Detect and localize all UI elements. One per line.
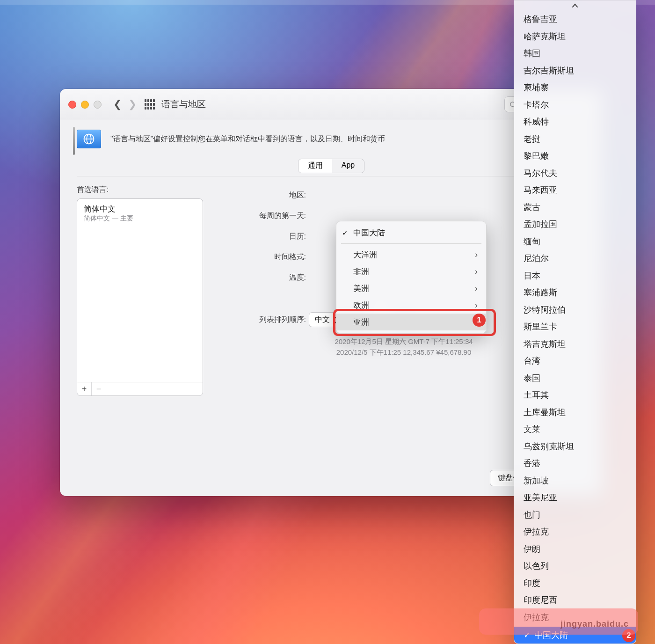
- language-sub: 简体中文 — 主要: [84, 214, 196, 223]
- annotation-badge-2: 2: [622, 629, 635, 642]
- region-popup-menu: 中国大陆 大洋洲›非洲›美洲›欧洲›亚洲›: [336, 221, 487, 334]
- country-item[interactable]: 伊拉克: [514, 609, 636, 626]
- show-all-icon[interactable]: [145, 99, 155, 110]
- country-item[interactable]: 塞浦路斯: [514, 284, 636, 301]
- country-item[interactable]: 黎巴嫩: [514, 147, 636, 165]
- continent-item[interactable]: 非洲›: [336, 263, 486, 280]
- tab-segment: 通用 App: [298, 159, 364, 173]
- country-item[interactable]: 缅甸: [514, 233, 636, 250]
- tab-general[interactable]: 通用: [298, 159, 332, 173]
- country-item[interactable]: 香港: [514, 455, 636, 472]
- country-item[interactable]: 柬埔寨: [514, 79, 636, 96]
- label-sort-order: 列表排列顺序:: [222, 315, 309, 325]
- language-list[interactable]: 简体中文 简体中文 — 主要 + −: [77, 198, 203, 396]
- label-calendar: 日历:: [222, 232, 309, 242]
- label-temperature: 温度:: [222, 273, 309, 283]
- country-item[interactable]: 吉尔吉斯斯坦: [514, 62, 636, 80]
- zoom-button[interactable]: [94, 101, 102, 109]
- country-item[interactable]: 文莱: [514, 421, 636, 438]
- chevron-right-icon: ›: [475, 284, 478, 293]
- forward-button[interactable]: ❯: [126, 98, 139, 111]
- continent-item[interactable]: 美洲›: [336, 280, 486, 297]
- remove-language-button[interactable]: −: [92, 382, 106, 395]
- globe-flag-icon: [77, 130, 101, 148]
- country-item[interactable]: 马来西亚: [514, 182, 636, 199]
- close-button[interactable]: [68, 101, 76, 109]
- annotation-badge-1: 1: [473, 314, 486, 327]
- language-item[interactable]: 简体中文 简体中文 — 主要: [77, 199, 203, 225]
- country-item[interactable]: 印度: [514, 575, 636, 592]
- country-item[interactable]: 新加坡: [514, 472, 636, 490]
- traffic-lights: [68, 101, 102, 109]
- country-item[interactable]: 乌兹别克斯坦: [514, 438, 636, 455]
- chevron-right-icon: ›: [475, 250, 478, 260]
- country-item[interactable]: 台湾: [514, 352, 636, 370]
- menu-separator: [341, 243, 481, 244]
- region-current[interactable]: 中国大陆: [336, 224, 486, 241]
- country-item[interactable]: 泰国: [514, 370, 636, 387]
- country-item[interactable]: 老挝: [514, 131, 636, 148]
- country-item[interactable]: 卡塔尔: [514, 96, 636, 114]
- country-item[interactable]: 格鲁吉亚: [514, 11, 636, 28]
- continent-item[interactable]: 大洋洲›: [336, 246, 486, 263]
- label-region: 地区:: [222, 190, 309, 200]
- country-item[interactable]: 斯里兰卡: [514, 318, 636, 336]
- country-item[interactable]: 亚美尼亚: [514, 489, 636, 506]
- country-item[interactable]: 也门: [514, 506, 636, 524]
- preferred-languages-label: 首选语言:: [77, 185, 203, 195]
- country-item[interactable]: 伊拉克: [514, 523, 636, 541]
- country-item[interactable]: 沙特阿拉伯: [514, 301, 636, 319]
- country-item[interactable]: 韩国: [514, 45, 636, 62]
- country-item[interactable]: 土库曼斯坦: [514, 404, 636, 421]
- country-submenu: 格鲁吉亚哈萨克斯坦韩国吉尔吉斯斯坦柬埔寨卡塔尔科威特老挝黎巴嫩马尔代夫马来西亚蒙…: [514, 0, 636, 644]
- chevron-right-icon: ›: [475, 300, 478, 310]
- country-item[interactable]: 伊朗: [514, 541, 636, 558]
- country-item[interactable]: 尼泊尔: [514, 250, 636, 267]
- country-item[interactable]: 马尔代夫: [514, 165, 636, 182]
- country-item-selected[interactable]: 中国大陆: [514, 627, 636, 644]
- country-item[interactable]: 科威特: [514, 113, 636, 131]
- scroll-up-arrow-icon[interactable]: [514, 0, 636, 11]
- language-name: 简体中文: [84, 204, 196, 214]
- country-item[interactable]: 哈萨克斯坦: [514, 28, 636, 45]
- window-title: 语言与地区: [161, 98, 206, 110]
- country-item[interactable]: 土耳其: [514, 387, 636, 404]
- back-button[interactable]: ❮: [111, 98, 124, 111]
- country-item[interactable]: 孟加拉国: [514, 216, 636, 233]
- label-first-day: 每周的第一天:: [222, 211, 309, 221]
- label-time-format: 时间格式:: [222, 252, 309, 262]
- country-item[interactable]: 塔吉克斯坦: [514, 336, 636, 353]
- tab-app[interactable]: App: [332, 159, 364, 173]
- chevron-right-icon: ›: [475, 267, 478, 277]
- pane-description: "语言与地区"偏好设置控制您在菜单和对话框中看到的语言，以及日期、时间和货币: [110, 134, 385, 144]
- country-item[interactable]: 日本: [514, 267, 636, 285]
- country-item[interactable]: 蒙古: [514, 199, 636, 216]
- country-item[interactable]: 以色列: [514, 557, 636, 575]
- continent-item[interactable]: 亚洲›: [336, 314, 486, 330]
- minimize-button[interactable]: [81, 101, 89, 109]
- add-language-button[interactable]: +: [77, 382, 92, 395]
- country-item[interactable]: 印度尼西: [514, 592, 636, 609]
- continent-item[interactable]: 欧洲›: [336, 297, 486, 314]
